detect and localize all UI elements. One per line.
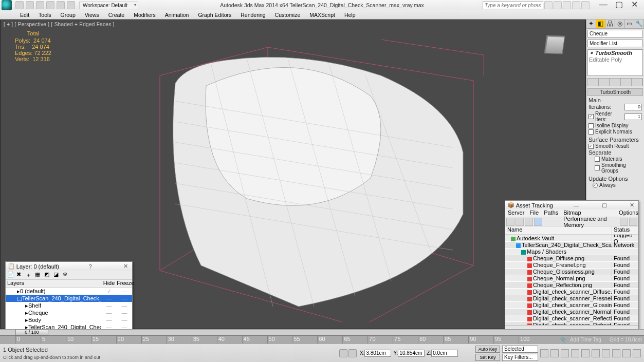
asset-menu-file[interactable]: File bbox=[529, 209, 539, 217]
asset-row[interactable]: Cheque_Normal.pngFound bbox=[505, 275, 638, 281]
isoline-check[interactable] bbox=[588, 123, 594, 128]
asset-row[interactable]: TellerScan_240_Digital_Check_Scanner_max… bbox=[505, 241, 638, 248]
play-icon[interactable] bbox=[561, 349, 569, 357]
layer-row[interactable]: ▸ Shelf—— bbox=[6, 302, 132, 309]
asset-row[interactable]: Cheque_Fresnel.pngFound bbox=[505, 261, 638, 268]
layer-row[interactable]: ▸ Body—— bbox=[6, 316, 132, 323]
tab-create-icon[interactable]: ✦ bbox=[586, 20, 596, 28]
remove-modifier-icon[interactable] bbox=[621, 79, 632, 86]
sep-smoothing-check[interactable] bbox=[595, 165, 600, 170]
asset-settings-icon[interactable] bbox=[629, 218, 637, 226]
layer-hide-icon[interactable]: ◪ bbox=[53, 271, 62, 279]
layer-dialog-title[interactable]: 📋 Layer: 0 (default) ? ✕ bbox=[6, 262, 132, 271]
modifier-editable-poly[interactable]: Editable Poly bbox=[588, 56, 642, 63]
asset-menu-options[interactable]: Options bbox=[619, 209, 638, 217]
layer-col-hide[interactable]: Hide bbox=[101, 280, 117, 287]
menu-modifiers[interactable]: Modifiers bbox=[129, 12, 160, 18]
menu-group[interactable]: Group bbox=[56, 12, 80, 18]
menu-edit[interactable]: Edit bbox=[15, 12, 34, 18]
exchange-icon[interactable] bbox=[563, 1, 571, 9]
menu-create[interactable]: Create bbox=[104, 12, 130, 18]
explicit-normals-check[interactable] bbox=[588, 129, 594, 135]
asset-tracking-dialog[interactable]: 📦 Asset Tracking — ▢ ✕ ServerFilePathsBi… bbox=[505, 200, 639, 329]
menu-help[interactable]: Help bbox=[340, 12, 360, 18]
menu-views[interactable]: Views bbox=[80, 12, 104, 18]
tab-utilities-icon[interactable]: 🔧 bbox=[634, 20, 644, 28]
help-icon[interactable] bbox=[581, 1, 590, 9]
layer-list[interactable]: ▸ 0 (default)✓—▢ TellerScan_240_Digital_… bbox=[6, 288, 132, 329]
layer-dialog-help-icon[interactable]: ? bbox=[86, 263, 94, 270]
render-iters-check[interactable] bbox=[588, 114, 594, 119]
key-selection-filter[interactable]: Selected bbox=[502, 346, 538, 353]
qat-open-icon[interactable] bbox=[26, 1, 34, 9]
qat-redo-icon[interactable] bbox=[57, 1, 65, 9]
asset-menu-server[interactable]: Server bbox=[508, 209, 524, 217]
asset-refresh-icon[interactable] bbox=[506, 218, 514, 226]
asset-dialog-minimize-icon[interactable]: — bbox=[572, 202, 581, 208]
infocenter-icon[interactable] bbox=[544, 1, 553, 9]
goto-start-icon[interactable] bbox=[540, 349, 548, 357]
show-end-result-icon[interactable] bbox=[599, 79, 610, 86]
pin-stack-icon[interactable] bbox=[588, 79, 599, 86]
viewport-nav-orbit-icon[interactable] bbox=[622, 349, 631, 357]
asset-row[interactable]: Digital_check_scanner_Normal.pngFound bbox=[505, 308, 638, 315]
asset-row[interactable]: Digital_check_scanner_Reflection.pngFoun… bbox=[505, 315, 638, 321]
autokey-button[interactable]: Auto Key bbox=[475, 346, 500, 353]
object-name-field[interactable]: Cheque bbox=[587, 30, 643, 37]
window-minimize-icon[interactable]: — bbox=[596, 0, 611, 10]
layer-col-freeze[interactable]: Freeze bbox=[117, 280, 132, 287]
sep-materials-check[interactable] bbox=[595, 157, 600, 162]
layer-select-icon[interactable]: ▦ bbox=[35, 271, 43, 279]
asset-dialog-close-icon[interactable]: ✕ bbox=[628, 202, 636, 208]
search-input[interactable] bbox=[483, 1, 543, 9]
time-ruler[interactable]: 0510152025303540455055606570758085909510… bbox=[0, 335, 644, 344]
layer-add-icon[interactable]: ＋ bbox=[26, 271, 34, 279]
coord-x-field[interactable] bbox=[364, 350, 391, 357]
layer-highlight-icon[interactable]: ◩ bbox=[44, 271, 52, 279]
asset-filter-icon[interactable] bbox=[620, 218, 628, 226]
asset-dialog-title[interactable]: 📦 Asset Tracking — ▢ ✕ bbox=[505, 201, 638, 209]
render-iters-spinner[interactable]: 1 bbox=[624, 113, 642, 120]
key-filters-button[interactable]: Key Filters... bbox=[502, 354, 538, 361]
asset-row[interactable]: Digital_check_scanner_Fresnel.pngFound bbox=[505, 295, 638, 301]
layer-row[interactable]: ▸ TellerScan_240_Digital_Check_Scanner—— bbox=[6, 323, 132, 329]
modifier-list-dropdown[interactable]: Modifier List bbox=[587, 40, 643, 47]
menu-customize[interactable]: Customize bbox=[270, 12, 305, 18]
qat-save-icon[interactable] bbox=[36, 1, 44, 9]
tab-display-icon[interactable]: ▭ bbox=[625, 20, 635, 28]
viewport-nav-max-icon[interactable] bbox=[633, 349, 641, 357]
modifier-stack[interactable]: ⚬ TurboSmooth Editable Poly bbox=[587, 49, 643, 76]
asset-menu-bitmap-performance-and-memory[interactable]: Bitmap Performance and Memory bbox=[563, 209, 614, 217]
update-always-radio[interactable] bbox=[593, 183, 598, 188]
add-time-tag-icon[interactable]: 📎 bbox=[560, 336, 567, 343]
setkey-button[interactable]: Set Key bbox=[475, 354, 500, 361]
asset-col-name[interactable]: Name bbox=[505, 226, 612, 234]
coord-z-field[interactable] bbox=[431, 350, 458, 357]
layer-dialog-close-icon[interactable]: ✕ bbox=[121, 263, 130, 270]
workspace-dropdown[interactable]: Workspace: Default bbox=[79, 2, 138, 9]
modifier-turbosmooth[interactable]: ⚬ TurboSmooth bbox=[588, 50, 642, 56]
next-frame-icon[interactable] bbox=[571, 349, 579, 357]
layer-new-icon[interactable]: 📄 bbox=[7, 271, 15, 279]
layer-row[interactable]: ▸ 0 (default)✓— bbox=[6, 288, 132, 295]
asset-tree-icon[interactable] bbox=[516, 218, 524, 226]
asset-row[interactable]: Autodesk VaultLogged O bbox=[505, 235, 638, 241]
goto-end-icon[interactable] bbox=[581, 349, 590, 357]
layer-row[interactable]: ▸ Cheque—— bbox=[6, 309, 132, 316]
make-unique-icon[interactable] bbox=[610, 79, 620, 86]
prev-frame-icon[interactable] bbox=[550, 349, 559, 357]
asset-row[interactable]: Digital_check_scanner_Glossiness.pngFoun… bbox=[505, 301, 638, 308]
qat-link-icon[interactable] bbox=[67, 1, 75, 9]
time-slider[interactable]: 0 / 100 bbox=[15, 329, 48, 335]
favorites-icon[interactable] bbox=[572, 1, 580, 9]
asset-col-status[interactable]: Status bbox=[612, 226, 638, 234]
window-close-icon[interactable]: ✕ bbox=[627, 0, 642, 10]
configure-sets-icon[interactable] bbox=[632, 79, 642, 86]
qat-new-icon[interactable] bbox=[15, 1, 24, 9]
viewport-nav-pan-icon[interactable] bbox=[602, 349, 610, 357]
rollout-turbosmooth[interactable]: TurboSmooth bbox=[587, 88, 643, 96]
menu-graph-editors[interactable]: Graph Editors bbox=[193, 12, 236, 18]
asset-row[interactable]: Cheque_Reflection.pngFound bbox=[505, 281, 638, 288]
viewport-nav-zoom-icon[interactable] bbox=[612, 349, 620, 357]
asset-menu-paths[interactable]: Paths bbox=[544, 209, 558, 217]
